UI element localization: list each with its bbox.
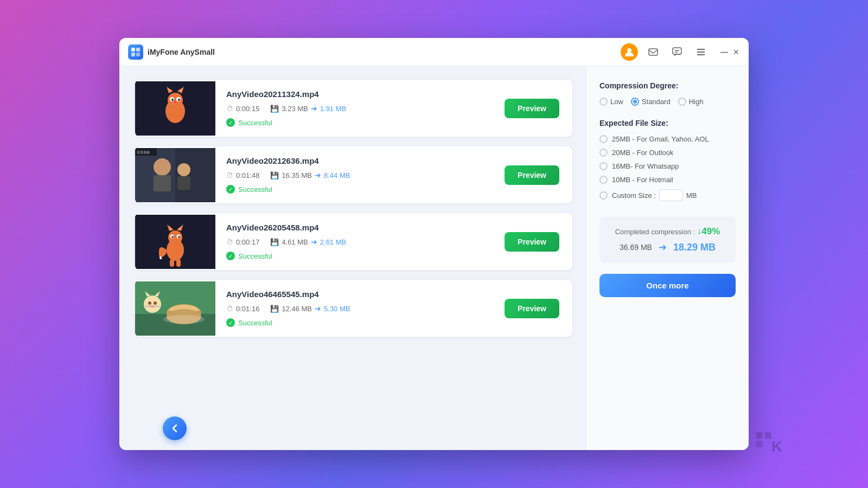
original-size: 36.69 MB xyxy=(620,243,652,252)
size-option-25mb[interactable]: 25MB - For Gmail, Yahoo, AOL xyxy=(599,135,736,143)
file-size-options: 25MB - For Gmail, Yahoo, AOL 20MB - For … xyxy=(599,135,736,201)
file-name: AnyVideo20212636.mp4 xyxy=(226,156,494,165)
radio-standard[interactable]: Standard xyxy=(631,98,671,106)
once-more-button[interactable]: Once more xyxy=(599,274,736,297)
close-button[interactable]: ✕ xyxy=(732,48,740,56)
svg-rect-44 xyxy=(170,259,174,267)
mail-button[interactable] xyxy=(644,43,662,61)
svg-rect-30 xyxy=(177,176,190,190)
user-button[interactable] xyxy=(621,43,638,61)
svg-point-43 xyxy=(178,236,180,238)
chat-button[interactable] xyxy=(668,43,686,61)
svg-rect-28 xyxy=(154,175,171,191)
svg-point-53 xyxy=(144,296,161,313)
svg-text:某某视频: 某某视频 xyxy=(137,151,150,154)
svg-rect-1 xyxy=(136,48,140,52)
file-icon: 💾 xyxy=(270,238,279,246)
file-thumbnail xyxy=(135,81,215,136)
app-title: iMyFone AnySmall xyxy=(148,48,215,56)
window-controls: — ✕ xyxy=(720,48,740,56)
svg-point-27 xyxy=(154,158,171,176)
custom-size-row: Custom Size : MB xyxy=(612,189,697,201)
svg-rect-3 xyxy=(136,53,140,56)
radio-low[interactable]: Low xyxy=(599,98,623,106)
clock-icon: ⏱ xyxy=(226,238,233,246)
app-logo-icon xyxy=(128,44,143,60)
svg-point-24 xyxy=(174,101,177,103)
status-success: ✓ Successful xyxy=(226,118,494,127)
arrow-icon: ➜ xyxy=(315,171,321,179)
size-option-20mb[interactable]: 20MB - For Outlook xyxy=(599,149,736,157)
arrow-icon: ➜ xyxy=(311,104,317,113)
file-info: AnyVideo26205458.mp4 ⏱ 0:00:17 💾 4.61 MB… xyxy=(215,213,505,270)
checkmark-icon: ✓ xyxy=(226,185,235,194)
preview-button[interactable]: Preview xyxy=(505,165,559,185)
preview-button[interactable]: Preview xyxy=(505,299,559,318)
titlebar-actions: — ✕ xyxy=(621,43,740,61)
svg-point-35 xyxy=(168,230,182,245)
size-item: 💾 12.46 MB ➜ 5.30 MB xyxy=(270,304,350,313)
preview-button[interactable]: Preview xyxy=(505,232,559,252)
checkmark-icon: ✓ xyxy=(226,318,235,327)
svg-rect-26 xyxy=(135,148,175,202)
compression-degree-label: Compression Degree: xyxy=(599,81,736,90)
file-info: AnyVideo46465545.mp4 ⏱ 0:01:16 💾 12.46 M… xyxy=(215,280,505,337)
file-meta: ⏱ 0:00:17 💾 4.61 MB ➜ 2.61 MB xyxy=(226,237,494,246)
file-icon: 💾 xyxy=(270,171,279,179)
file-thumbnail xyxy=(135,215,215,269)
file-icon: 💾 xyxy=(270,305,279,313)
minimize-button[interactable]: — xyxy=(720,48,728,56)
compression-percentage: ↓49% xyxy=(697,226,720,236)
menu-button[interactable] xyxy=(692,43,710,61)
duration-item: ⏱ 0:01:16 xyxy=(226,305,259,313)
size-item: 💾 4.61 MB ➜ 2.61 MB xyxy=(270,237,346,246)
svg-rect-5 xyxy=(649,49,658,55)
file-name: AnyVideo26205458.mp4 xyxy=(226,223,494,232)
compressed-size: 18.29 MB xyxy=(673,242,716,253)
file-card: 某某视频 AnyVideo20212636.mp4 ⏱ 0:01:48 💾 16… xyxy=(135,146,573,204)
svg-point-4 xyxy=(627,48,631,53)
file-card: AnyVideo46465545.mp4 ⏱ 0:01:16 💾 12.46 M… xyxy=(135,279,573,337)
size-option-10mb[interactable]: 10MB - For Hotmail xyxy=(599,176,736,184)
svg-rect-0 xyxy=(131,48,135,52)
file-card: AnyVideo20211324.mp4 ⏱ 0:00:15 💾 3.23 MB… xyxy=(135,79,573,137)
file-list-panel: AnyVideo20211324.mp4 ⏱ 0:00:15 💾 3.23 MB… xyxy=(119,66,586,450)
size-item: 💾 3.23 MB ➜ 1.91 MB xyxy=(270,104,346,113)
radio-high[interactable]: High xyxy=(678,98,704,106)
file-thumbnail: 某某视频 xyxy=(135,148,215,202)
app-window: iMyFone AnySmall xyxy=(119,38,749,450)
file-meta: ⏱ 0:01:16 💾 12.46 MB ➜ 5.30 MB xyxy=(226,304,494,313)
svg-rect-64 xyxy=(765,432,771,439)
svg-point-42 xyxy=(171,236,174,238)
file-info: AnyVideo20211324.mp4 ⏱ 0:00:15 💾 3.23 MB… xyxy=(215,80,505,137)
size-item: 💾 16.35 MB ➜ 8.44 MB xyxy=(270,171,350,179)
svg-point-29 xyxy=(177,163,190,176)
preview-button[interactable]: Preview xyxy=(505,99,559,118)
size-option-16mb[interactable]: 16MB- For Whatsapp xyxy=(599,162,736,170)
compression-options: Low Standard High xyxy=(599,98,736,106)
file-name: AnyVideo20211324.mp4 xyxy=(226,89,494,99)
content-area: AnyVideo20211324.mp4 ⏱ 0:00:15 💾 3.23 MB… xyxy=(119,66,749,450)
back-button[interactable] xyxy=(163,416,187,440)
status-success: ✓ Successful xyxy=(226,318,494,327)
radio-circle xyxy=(599,176,608,184)
svg-text:K: K xyxy=(771,438,782,455)
radio-circle-high xyxy=(678,98,686,106)
svg-point-57 xyxy=(154,301,157,305)
file-meta: ⏱ 0:00:15 💾 3.23 MB ➜ 1.91 MB xyxy=(226,104,494,113)
file-card: AnyVideo26205458.mp4 ⏱ 0:00:17 💾 4.61 MB… xyxy=(135,213,573,271)
file-meta: ⏱ 0:01:48 💾 16.35 MB ➜ 8.44 MB xyxy=(226,171,494,179)
duration-item: ⏱ 0:00:17 xyxy=(226,238,259,246)
svg-rect-45 xyxy=(176,259,181,267)
titlebar: iMyFone AnySmall xyxy=(119,38,749,66)
radio-circle xyxy=(599,135,608,143)
expected-size-label: Expected File Size: xyxy=(599,119,736,127)
arrow-right-icon: ➜ xyxy=(659,241,667,253)
custom-size-input[interactable] xyxy=(659,189,683,201)
status-success: ✓ Successful xyxy=(226,185,494,194)
duration-item: ⏱ 0:01:48 xyxy=(226,171,259,179)
svg-rect-6 xyxy=(673,48,681,54)
compression-stats: Completed compression : ↓49% 36.69 MB ➜ … xyxy=(599,216,736,263)
size-option-custom[interactable]: Custom Size : MB xyxy=(599,189,736,201)
svg-point-52 xyxy=(163,315,205,324)
